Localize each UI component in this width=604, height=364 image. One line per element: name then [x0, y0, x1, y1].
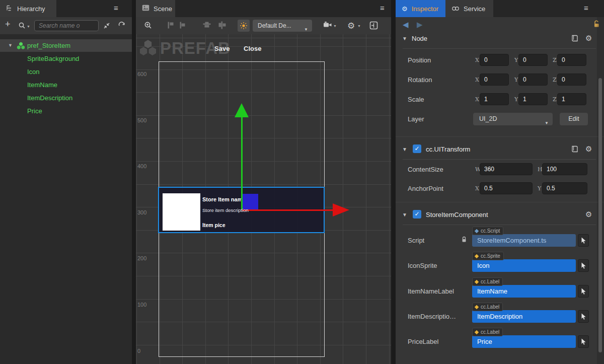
itemdescriptionlabel-label: ItemDescriptio… — [408, 313, 468, 320]
gizmo-y-axis[interactable] — [241, 117, 243, 210]
prefab-close-button[interactable]: Close — [244, 45, 261, 52]
collapse-arrow-icon[interactable]: ▼ — [402, 212, 407, 217]
position-x-input[interactable] — [480, 54, 509, 66]
tree-row-root[interactable]: ▼ pref_StoreItem — [0, 39, 132, 52]
collapse-arrow-icon[interactable]: ▼ — [402, 36, 407, 41]
nav-forward-icon[interactable]: ▶ — [417, 20, 423, 29]
search-filter-dropdown-icon[interactable]: ▼ — [27, 25, 30, 28]
type-diamond-icon — [475, 254, 479, 258]
itemdescription-pick-button[interactable] — [578, 310, 589, 323]
inspector-gear-icon: ⚙ — [402, 5, 408, 13]
tree-label: Price — [27, 105, 42, 117]
iconsprite-pick-button[interactable] — [578, 259, 589, 272]
gizmo-y-arrowhead-icon[interactable] — [235, 103, 249, 117]
inspector-menu-icon[interactable]: ≡ — [584, 4, 588, 12]
scale-x-input[interactable] — [480, 93, 509, 105]
iconsprite-label: IconSprite — [408, 262, 468, 269]
hierarchy-menu-icon[interactable]: ≡ — [114, 4, 118, 12]
contentsize-w-input[interactable] — [480, 163, 533, 175]
tab-hierarchy[interactable]: Hierarchy — [0, 0, 56, 17]
contentsize-h-input[interactable] — [542, 163, 587, 175]
layer-edit-button[interactable]: Edit — [560, 113, 588, 125]
hierarchy-toolbar: + ▼ — [0, 17, 132, 34]
split-view-icon[interactable] — [369, 21, 378, 32]
collapse-arrow-icon[interactable]: ▼ — [402, 147, 407, 152]
scene-viewport[interactable]: 600 500 400 300 200 100 0 PREFAB Save Cl… — [136, 34, 391, 364]
node-section-title: Node — [412, 35, 427, 42]
hierarchy-title: Hierarchy — [17, 5, 45, 13]
tree-row-icon[interactable]: Icon — [0, 65, 132, 78]
scene-menu-icon[interactable]: ≡ — [380, 4, 385, 12]
rotation-x-input[interactable] — [480, 74, 509, 86]
scale-y-input[interactable] — [518, 93, 548, 105]
axis-x-label: X — [475, 57, 479, 63]
component-gear-icon[interactable]: ⚙ — [585, 210, 592, 219]
divider — [403, 225, 596, 225]
script-ref-field[interactable]: StoreItemComponent.ts — [472, 234, 576, 247]
itemname-pick-button[interactable] — [578, 285, 589, 298]
position-z-input[interactable] — [557, 54, 586, 66]
tree-label: ItemDescription — [27, 92, 72, 104]
refresh-icon[interactable] — [118, 22, 126, 32]
tab-inspector[interactable]: ⚙ Inspector — [396, 0, 445, 17]
tab-service[interactable]: Service — [445, 0, 493, 17]
tree-label: Icon — [27, 65, 40, 78]
itemname-ref-field[interactable]: ItemName — [472, 285, 576, 298]
anchorpoint-y-input[interactable] — [542, 182, 587, 194]
component-section-header[interactable]: ▼ ✓ StoreItemComponent ⚙ — [396, 209, 604, 221]
hierarchy-search-input[interactable] — [34, 20, 99, 31]
gear-dropdown-icon[interactable]: ▼ — [357, 24, 361, 28]
lighting-toggle-button[interactable] — [238, 20, 250, 32]
price-pick-button[interactable] — [578, 335, 589, 348]
collapse-all-icon[interactable] — [103, 22, 111, 32]
align-center-icon[interactable] — [178, 21, 186, 31]
rotation-y-input[interactable] — [518, 74, 548, 86]
component-enabled-checkbox[interactable]: ✓ — [413, 210, 421, 219]
iconsprite-ref-field[interactable]: Icon — [472, 259, 576, 272]
anchorpoint-x-input[interactable] — [480, 182, 533, 194]
prefab-save-button[interactable]: Save — [214, 45, 230, 52]
store-item-icon-sprite — [163, 193, 200, 231]
gizmo-x-axis[interactable] — [242, 209, 333, 211]
inspector-tab-title: Inspector — [412, 5, 438, 13]
rotation-z-input[interactable] — [557, 74, 586, 86]
rotation-row: Rotation X Y Z — [396, 74, 604, 87]
uitransform-section-header[interactable]: ▼ ✓ cc.UITransform ⚙ — [396, 144, 604, 155]
ruler-label: 300 — [137, 209, 146, 215]
chip-label: cc.Label — [481, 279, 499, 284]
design-resolution-select[interactable]: Default De... ▼ — [253, 20, 312, 32]
tree-label: ItemName — [27, 79, 57, 91]
distribute-vertical-icon[interactable] — [202, 21, 211, 31]
tree-row-itemname[interactable]: ItemName — [0, 79, 132, 91]
camera-dropdown-icon[interactable]: ▼ — [333, 24, 337, 28]
position-y-input[interactable] — [518, 54, 548, 66]
tree-row-price[interactable]: Price — [0, 105, 132, 117]
layer-select[interactable]: UI_2D ▼ — [473, 113, 553, 125]
itemdescription-ref-field[interactable]: ItemDescription — [472, 310, 576, 323]
tree-row-spritebackground[interactable]: SpriteBackground — [0, 52, 132, 65]
docs-book-icon[interactable] — [571, 34, 579, 44]
distribute-horizontal-icon[interactable] — [217, 21, 226, 31]
search-filter-icon[interactable] — [18, 22, 26, 32]
gizmo-x-arrowhead-icon[interactable] — [333, 203, 349, 216]
expand-arrow-icon[interactable]: ▼ — [8, 39, 13, 52]
node-section-header[interactable]: ▼ Node ⚙ — [396, 33, 604, 44]
price-ref-field[interactable]: Price — [472, 335, 576, 348]
tree-row-itemdescription[interactable]: ItemDescription — [0, 92, 132, 104]
pricelabel-label: PriceLabel — [408, 338, 468, 345]
type-diamond-icon — [475, 330, 479, 334]
scene-settings-gear-icon[interactable]: ⚙ — [347, 21, 355, 31]
docs-book-icon[interactable] — [571, 145, 579, 155]
node-settings-gear-icon[interactable]: ⚙ — [585, 34, 592, 43]
uitransform-gear-icon[interactable]: ⚙ — [585, 144, 592, 154]
inspector-scrollbar-thumb[interactable] — [598, 78, 602, 352]
nav-back-icon[interactable]: ◀ — [403, 20, 409, 29]
script-pick-button[interactable] — [578, 234, 589, 247]
uitransform-enabled-checkbox[interactable]: ✓ — [413, 144, 421, 153]
zoom-tool-icon[interactable] — [144, 21, 153, 32]
scale-z-input[interactable] — [557, 93, 586, 105]
tab-scene[interactable]: Scene — [136, 0, 175, 17]
align-left-icon[interactable] — [167, 21, 175, 31]
add-node-button[interactable]: + — [5, 19, 11, 30]
camera-icon[interactable] — [323, 21, 332, 31]
